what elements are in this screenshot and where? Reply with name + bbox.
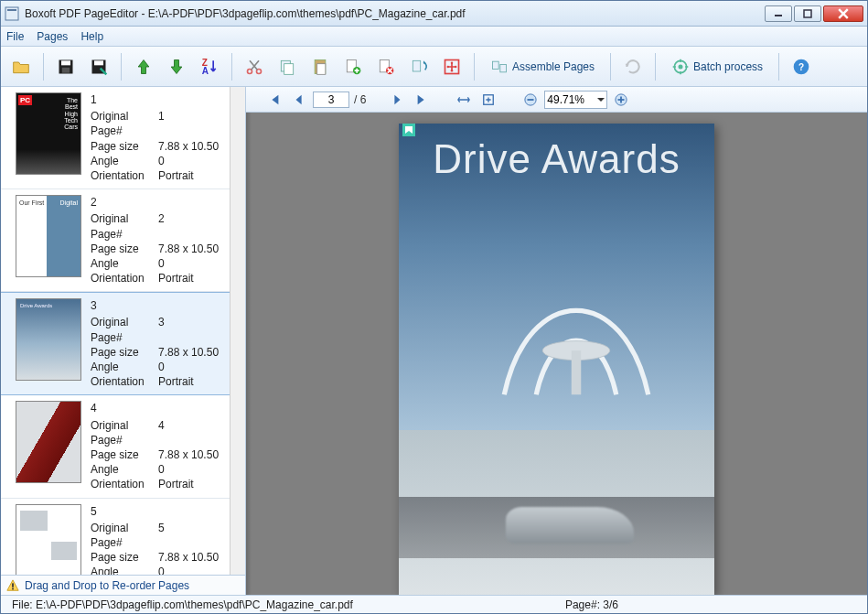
separator [655, 53, 656, 81]
undo-button[interactable] [618, 52, 648, 81]
separator [121, 53, 122, 81]
fit-page-button[interactable] [477, 90, 499, 110]
thumbnail-item-1[interactable]: The Best High Tech Cars 1 Original Page#… [1, 87, 245, 189]
svg-rect-18 [317, 63, 326, 74]
fit-width-button[interactable] [453, 90, 475, 110]
next-page-button[interactable] [386, 90, 408, 110]
zoom-out-button[interactable] [520, 90, 541, 110]
statusbar: File: E:\A-PDF\PDF\3dpageflip.com\themes… [1, 595, 867, 613]
svg-rect-3 [804, 10, 811, 17]
zoom-select[interactable]: 49.71% [544, 91, 607, 109]
car-graphic [506, 507, 634, 544]
svg-rect-36 [12, 587, 14, 589]
svg-rect-39 [528, 99, 534, 101]
page-number-input[interactable] [313, 92, 349, 108]
help-button[interactable]: ? [787, 52, 816, 81]
status-file: File: E:\A-PDF\PDF\3dpageflip.com\themes… [6, 598, 359, 611]
svg-rect-44 [571, 350, 581, 394]
svg-rect-42 [620, 96, 622, 102]
svg-rect-35 [12, 583, 14, 587]
assemble-pages-button[interactable]: Assemble Pages [482, 52, 603, 81]
page-headline: Drive Awards [399, 136, 714, 182]
app-icon [5, 6, 19, 21]
page-canvas[interactable]: Drive Awards [246, 113, 867, 595]
close-button[interactable] [823, 5, 863, 22]
svg-rect-23 [413, 60, 420, 71]
sidebar-hint: Drag and Drop to Re-order Pages [25, 579, 189, 592]
separator [778, 53, 779, 81]
thumbnail-item-2[interactable]: 2 Original Page#2 Page size7.88 x 10.50 … [1, 189, 245, 292]
prev-page-button[interactable] [288, 90, 310, 110]
sort-button[interactable]: ZA [195, 52, 224, 81]
titlebar: Boxoft PDF PageEditor - E:\A-PDF\PDF\3dp… [1, 1, 867, 27]
scrollbar[interactable] [230, 87, 245, 575]
svg-point-32 [679, 64, 683, 69]
move-up-button[interactable] [129, 52, 158, 81]
paste-button[interactable] [305, 52, 335, 81]
toolbar: ZA Assemble Pages Batch process ? [1, 47, 867, 87]
thumbnail-meta: 1 Original Page#1 Page size7.88 x 10.50 … [91, 92, 238, 183]
fit-button[interactable] [437, 52, 466, 81]
open-button[interactable] [6, 52, 36, 81]
move-down-button[interactable] [162, 52, 191, 81]
page-total: / 6 [354, 93, 366, 106]
warning-icon [6, 579, 19, 592]
bookmark-icon [402, 124, 415, 136]
svg-rect-16 [284, 63, 294, 74]
svg-text:A: A [202, 65, 209, 75]
thumbnail-meta: 3 Original Page#3 Page size7.88 x 10.50 … [91, 298, 238, 389]
menu-file[interactable]: File [6, 30, 24, 43]
svg-rect-10 [94, 60, 103, 65]
chevron-down-icon [597, 96, 605, 103]
svg-rect-7 [61, 60, 70, 65]
thumbnail-image [16, 504, 81, 576]
separator [43, 53, 44, 81]
thumbnail-list[interactable]: The Best High Tech Cars 1 Original Page#… [1, 87, 245, 575]
separator [610, 53, 611, 81]
zoom-value: 49.71% [547, 93, 584, 106]
rotate-button[interactable] [404, 52, 434, 81]
status-page: Page#: 3/6 [560, 598, 624, 611]
page-preview: Drive Awards [399, 124, 714, 595]
delete-button[interactable] [371, 52, 401, 81]
insert-button[interactable] [338, 52, 368, 81]
minimize-button[interactable] [765, 5, 792, 22]
svg-text:?: ? [798, 62, 804, 72]
thumbnail-meta: 4 Original Page#4 Page size7.88 x 10.50 … [91, 401, 238, 491]
last-page-button[interactable] [411, 90, 433, 110]
viewer: / 6 49.71% [246, 87, 867, 595]
thumbnail-meta: 5 Original Page#5 Page size7.88 x 10.50 … [91, 504, 238, 576]
cut-button[interactable] [240, 52, 269, 81]
save-button[interactable] [51, 52, 80, 81]
assemble-label: Assemble Pages [512, 60, 595, 73]
menu-pages[interactable]: Pages [37, 30, 68, 43]
thumbnail-image [16, 298, 81, 381]
nav-toolbar: / 6 49.71% [246, 87, 867, 113]
svg-rect-29 [493, 61, 499, 69]
thumbnail-image: The Best High Tech Cars [16, 92, 81, 175]
first-page-button[interactable] [263, 90, 285, 110]
sidebar-footer: Drag and Drop to Re-order Pages [1, 575, 245, 595]
save-as-button[interactable] [84, 52, 113, 81]
svg-rect-30 [500, 64, 507, 71]
thumbnail-meta: 2 Original Page#2 Page size7.88 x 10.50 … [91, 195, 238, 285]
theme-building-graphic [494, 275, 659, 403]
thumbnail-item-5[interactable]: 5 Original Page#5 Page size7.88 x 10.50 … [1, 499, 245, 576]
copy-button[interactable] [273, 52, 302, 81]
thumbnail-item-4[interactable]: 4 Original Page#4 Page size7.88 x 10.50 … [1, 395, 245, 498]
thumbnail-image [16, 195, 81, 277]
svg-point-26 [455, 65, 457, 68]
zoom-in-button[interactable] [610, 90, 632, 110]
thumbnail-sidebar: The Best High Tech Cars 1 Original Page#… [1, 87, 246, 595]
maximize-button[interactable] [794, 5, 821, 22]
svg-point-25 [447, 65, 450, 68]
menubar: File Pages Help [1, 27, 867, 47]
batch-process-button[interactable]: Batch process [663, 52, 771, 81]
svg-point-27 [451, 61, 454, 64]
svg-rect-1 [7, 9, 16, 11]
svg-point-28 [451, 69, 454, 71]
thumbnail-item-3[interactable]: 3 Original Page#3 Page size7.88 x 10.50 … [1, 292, 245, 395]
separator [231, 53, 232, 81]
menu-help[interactable]: Help [80, 30, 103, 43]
batch-label: Batch process [693, 60, 763, 73]
